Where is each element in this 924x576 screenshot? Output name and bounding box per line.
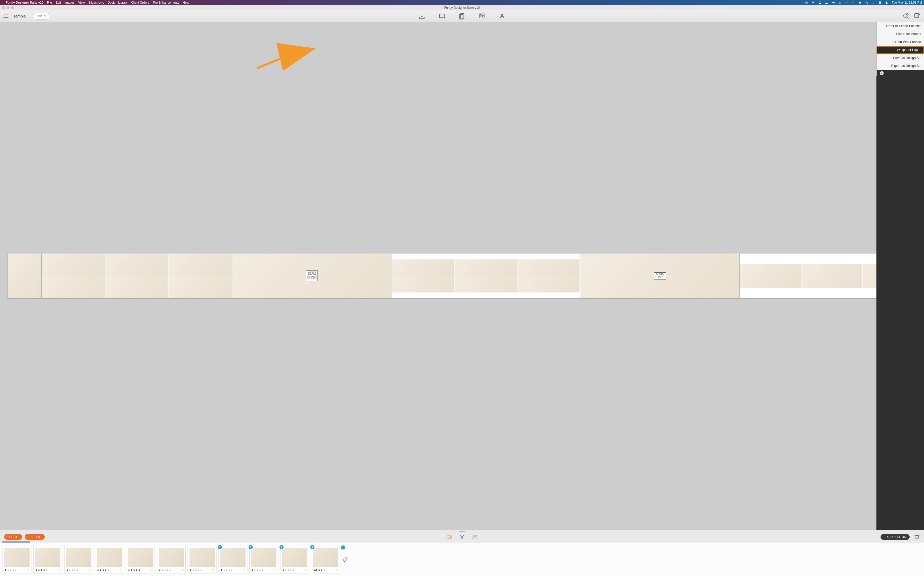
export-menu-item-order-print[interactable]: Order or Export For Print bbox=[877, 22, 924, 30]
project-name[interactable]: sample bbox=[13, 14, 26, 18]
heart-icon[interactable]: ♡ bbox=[120, 568, 122, 572]
scrollbar-thumb[interactable] bbox=[2, 541, 30, 543]
menu-view[interactable]: View bbox=[78, 1, 85, 4]
album-spread[interactable] bbox=[42, 254, 232, 298]
heart-icon[interactable]: ♡ bbox=[305, 568, 307, 572]
export-tool-icon[interactable] bbox=[914, 13, 921, 20]
thumbnail-card[interactable]: ♡ bbox=[95, 546, 124, 573]
heart-icon[interactable]: ♡ bbox=[150, 568, 153, 572]
project-icon[interactable] bbox=[3, 13, 9, 19]
heart-icon[interactable]: ♡ bbox=[89, 568, 91, 572]
control-center-icon[interactable]: ☰ bbox=[878, 1, 882, 4]
add-photos-button[interactable]: + ADD PHOTOS bbox=[881, 534, 910, 540]
wifi-icon[interactable]: ᯤ bbox=[852, 1, 855, 4]
menu-file[interactable]: File bbox=[47, 1, 52, 4]
pages-tool-icon[interactable] bbox=[459, 13, 465, 20]
dropbox-icon[interactable]: ⬓ bbox=[818, 1, 822, 4]
album-spread[interactable]: NATURE SAID NO SCIENCE SAID MAYBE GOD SA… bbox=[232, 254, 392, 298]
thumbnail-card[interactable]: ♡ bbox=[126, 546, 155, 573]
export-menu-item-proofer[interactable]: Export for Proofer bbox=[877, 30, 924, 38]
window-zoom-button[interactable] bbox=[11, 6, 14, 9]
menu-help[interactable]: Help bbox=[183, 1, 189, 4]
cloud-icon[interactable]: ☁︎ bbox=[825, 1, 828, 4]
menu-design-library[interactable]: Design Library bbox=[108, 1, 128, 4]
user-icon[interactable]: ☺︎ bbox=[838, 1, 842, 4]
export-menu-item-save-design-set[interactable]: Save as Design Set bbox=[877, 54, 924, 62]
spotlight-icon[interactable]: ⌕ bbox=[871, 1, 875, 4]
window-minimize-button[interactable] bbox=[7, 6, 10, 9]
heart-icon[interactable]: ♡ bbox=[58, 568, 61, 572]
rating-stars[interactable] bbox=[220, 569, 233, 571]
view-mode-layers-icon[interactable] bbox=[459, 534, 465, 540]
thumbnail-image bbox=[158, 548, 184, 567]
thumbnail-card[interactable]: 1♡ bbox=[280, 546, 309, 573]
heart-icon[interactable]: ♡ bbox=[181, 568, 184, 572]
rating-stars[interactable] bbox=[282, 569, 295, 571]
thumbnail-card[interactable]: ♡ bbox=[157, 546, 185, 573]
menu-client-orders[interactable]: Client Orders bbox=[131, 1, 149, 4]
filter-button[interactable]: ‹ FILTER bbox=[25, 534, 45, 540]
thumbnail-card[interactable]: ♡ bbox=[64, 546, 93, 573]
heart-icon[interactable]: ♡ bbox=[336, 568, 338, 572]
asterisk-icon[interactable]: ✳ bbox=[811, 1, 815, 4]
crop-icon[interactable] bbox=[914, 534, 920, 540]
export-menu-item-wallpaper-export[interactable]: Wallpaper Export bbox=[877, 46, 924, 54]
rating-stars[interactable] bbox=[251, 569, 264, 571]
battery-icon[interactable]: ▭ bbox=[845, 1, 849, 4]
wall-tool-icon[interactable] bbox=[478, 13, 486, 20]
info-icon[interactable]: i bbox=[880, 71, 884, 75]
panel-drag-handle[interactable] bbox=[0, 530, 924, 533]
canvas-area[interactable]: NATURE SAID NO SCIENCE SAID MAYBE GOD SA… bbox=[0, 22, 924, 530]
thumbnail-card[interactable]: ♡ bbox=[188, 546, 216, 573]
thumbnail-card[interactable]: ♡ bbox=[34, 546, 62, 573]
rating-stars[interactable] bbox=[66, 569, 79, 571]
account-icon[interactable]: ◉ bbox=[858, 1, 862, 4]
stamp-tool-icon[interactable] bbox=[499, 13, 506, 20]
album-cover-spread[interactable] bbox=[8, 254, 41, 298]
menu-slideshows[interactable]: Slideshows bbox=[88, 1, 104, 4]
rating-stars[interactable] bbox=[158, 569, 171, 571]
menubar-datetime[interactable]: Tue May 11 12:03 PM bbox=[892, 1, 922, 4]
zoom-tool-icon[interactable] bbox=[902, 13, 910, 20]
menu-images[interactable]: Images bbox=[64, 1, 75, 4]
heart-icon[interactable]: ♡ bbox=[27, 568, 30, 572]
lab-selector[interactable]: Lab ✎ bbox=[33, 13, 50, 19]
export-menu-item-export-design-set[interactable]: Export as Design Set bbox=[877, 62, 924, 70]
rating-stars[interactable] bbox=[189, 569, 202, 571]
heart-icon[interactable]: ♡ bbox=[274, 568, 277, 572]
svg-rect-10 bbox=[447, 535, 451, 538]
link-icon[interactable]: 1 bbox=[342, 546, 348, 573]
import-tool-icon[interactable] bbox=[418, 13, 425, 20]
rating-stars[interactable] bbox=[97, 569, 110, 571]
rating-stars[interactable] bbox=[35, 569, 48, 571]
thumbnail-strip[interactable]: ♡♡♡♡♡♡♡1♡1♡1♡1+2♡1 bbox=[0, 543, 924, 576]
menu-pro-enhancements[interactable]: Pro Enhancements bbox=[153, 1, 179, 4]
thumbnail-scrollbar[interactable] bbox=[0, 541, 924, 543]
thumbnail-card[interactable]: ♡ bbox=[3, 546, 31, 573]
rating-stars[interactable] bbox=[128, 569, 141, 571]
spread-row[interactable]: NATURE SAID NO SCIENCE SAID MAYBE GOD SA… bbox=[8, 254, 924, 298]
view-mode-photos-icon[interactable] bbox=[446, 534, 452, 540]
spread-image bbox=[801, 264, 863, 288]
album-spread[interactable]: SUCH A BIG MIRACLE IN SUCH A LITTLE BOY bbox=[580, 254, 740, 298]
sort-button[interactable]: ‹ SORT bbox=[4, 534, 22, 540]
album-spread[interactable] bbox=[392, 254, 580, 298]
thumbnail-image bbox=[313, 548, 338, 567]
rating-stars[interactable] bbox=[4, 569, 17, 571]
cc-icon[interactable]: ◎ bbox=[805, 1, 808, 4]
heart-icon[interactable]: ♡ bbox=[212, 568, 215, 572]
siri-icon[interactable]: ◐ bbox=[885, 1, 889, 4]
export-menu-item-wall-preview[interactable]: Export Wall Preview bbox=[877, 38, 924, 46]
menubar-app-name[interactable]: Fundy Designer Suite v10 bbox=[6, 1, 43, 4]
window-close-button[interactable] bbox=[2, 6, 5, 9]
thumbnail-image bbox=[189, 548, 215, 567]
view-mode-spreads-icon[interactable] bbox=[472, 534, 478, 540]
menu-edit[interactable]: Edit bbox=[56, 1, 61, 4]
heart-icon[interactable]: ♡ bbox=[243, 568, 246, 572]
clock-icon[interactable]: ◷ bbox=[865, 1, 868, 4]
thumbnail-card[interactable]: 1♡ bbox=[249, 546, 278, 573]
thumbnail-card[interactable]: 1♡ bbox=[219, 546, 247, 573]
dots-icon[interactable]: ••• bbox=[831, 1, 835, 4]
thumbnail-card[interactable]: 1+2♡ bbox=[311, 546, 340, 573]
album-tool-icon[interactable] bbox=[438, 13, 446, 20]
